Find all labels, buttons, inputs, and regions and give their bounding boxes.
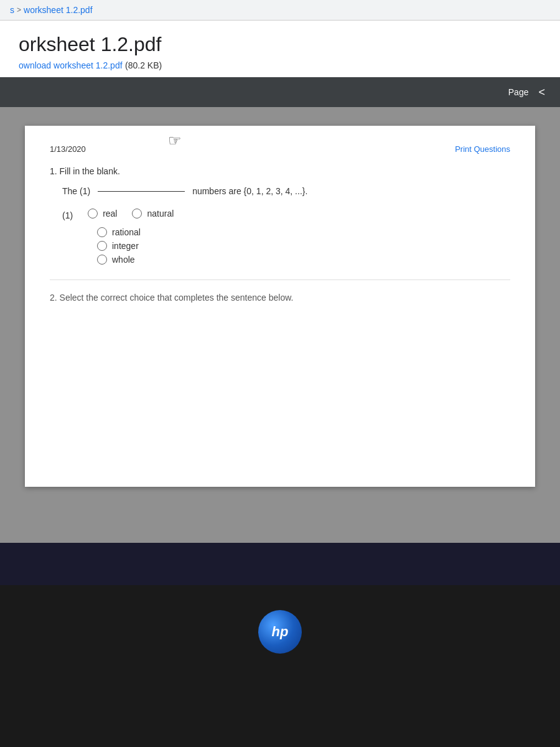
page-navigation: Page < — [508, 83, 550, 101]
option-whole-label: whole — [112, 255, 135, 265]
page-label: Page — [508, 87, 529, 97]
option-integer-label: integer — [112, 241, 139, 251]
fill-blank-row: The (1) numbers are {0, 1, 2, 3, 4, ...}… — [62, 186, 510, 196]
pdf-page: 1/13/2020 Print Questions 1. Fill in the… — [25, 126, 535, 487]
pdf-date: 1/13/2020 — [50, 144, 86, 154]
radio-rational[interactable] — [97, 227, 107, 237]
laptop-bezel: hp — [0, 585, 560, 747]
answer-options: (1) real natural rational — [62, 209, 510, 265]
option-rational-label: rational — [112, 227, 141, 237]
breadcrumb-bar: s > worksheet 1.2.pdf — [0, 0, 560, 21]
page-header: orksheet 1.2.pdf ownload worksheet 1.2.p… — [0, 21, 560, 77]
question-1-title: 1. Fill in the blank. — [50, 166, 510, 176]
answer-row-1: (1) real natural — [62, 209, 510, 222]
option-whole[interactable]: whole — [97, 255, 510, 265]
pdf-toolbar: Page < — [0, 77, 560, 107]
download-row: ownload worksheet 1.2.pdf (80.2 KB) — [19, 60, 541, 71]
radio-natural[interactable] — [132, 209, 142, 218]
breadcrumb-separator: > — [17, 6, 21, 14]
option-natural[interactable]: natural — [132, 209, 174, 218]
option-natural-label: natural — [147, 209, 174, 218]
radio-integer[interactable] — [97, 241, 107, 251]
divider — [50, 280, 510, 280]
answer-sub-options: rational integer whole — [97, 227, 510, 265]
option-real-label: real — [103, 209, 117, 218]
page-title: orksheet 1.2.pdf — [19, 33, 541, 56]
question-2: 2. Select the correct choice that comple… — [50, 293, 510, 303]
blank-line — [98, 191, 185, 192]
fill-blank-the: The (1) — [62, 186, 90, 196]
fill-blank-after: numbers are {0, 1, 2, 3, 4, ...}. — [192, 186, 307, 196]
radio-real[interactable] — [88, 209, 98, 218]
breadcrumb-current[interactable]: worksheet 1.2.pdf — [24, 5, 93, 15]
download-link[interactable]: ownload worksheet 1.2.pdf — [19, 60, 123, 70]
question-1-section: 1. Fill in the blank. The (1) numbers ar… — [50, 166, 510, 265]
radio-whole[interactable] — [97, 255, 107, 265]
option-real[interactable]: real — [88, 209, 117, 218]
download-size: (80.2 KB) — [125, 60, 162, 70]
page-prev-button[interactable]: < — [533, 83, 550, 101]
answer-number: (1) — [62, 210, 73, 220]
option-integer[interactable]: integer — [97, 241, 510, 251]
breadcrumb-prefix: s — [10, 5, 14, 15]
pdf-content-area: ☞ 1/13/2020 Print Questions 1. Fill in t… — [0, 107, 560, 543]
print-questions-link[interactable]: Print Questions — [455, 144, 510, 154]
hp-logo: hp — [258, 610, 302, 654]
option-rational[interactable]: rational — [97, 227, 510, 237]
pdf-page-header: 1/13/2020 Print Questions — [50, 144, 510, 154]
